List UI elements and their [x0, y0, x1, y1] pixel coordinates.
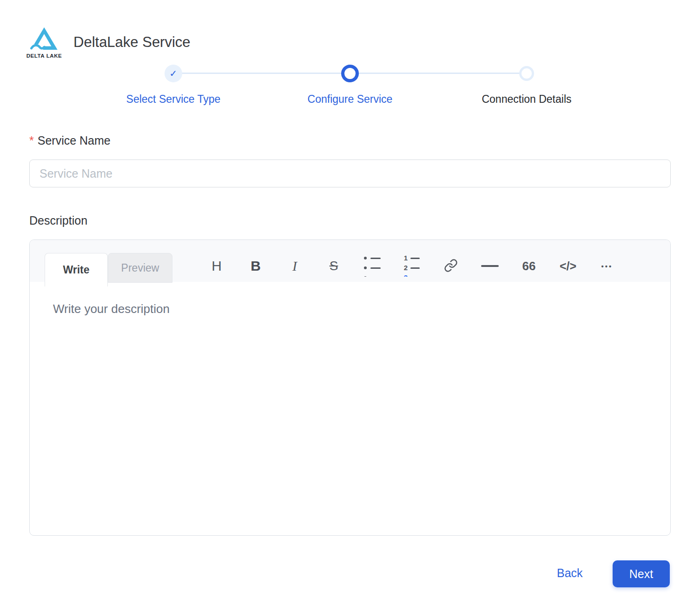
more-icon: ••• — [601, 262, 613, 270]
ordered-list-button[interactable]: 1 2 3 — [392, 250, 431, 282]
step-connection-details: Connection Details — [438, 64, 615, 106]
link-button[interactable] — [431, 250, 470, 282]
description-label: Description — [29, 214, 87, 227]
step-label-connection-details: Connection Details — [482, 93, 571, 106]
back-button[interactable]: Back — [557, 566, 583, 580]
step-label-configure-service: Configure Service — [308, 93, 393, 106]
heading-icon: H — [211, 258, 222, 274]
quote-button[interactable]: 66 — [509, 250, 548, 282]
editor-toolbar-icons: H B I S 1 2 3 — [197, 240, 627, 282]
next-button[interactable]: Next — [613, 560, 670, 587]
description-textarea[interactable] — [30, 282, 670, 535]
step-configure-service: Configure Service — [262, 64, 438, 106]
editor-tabs: Write Preview — [45, 253, 172, 286]
tab-preview[interactable]: Preview — [108, 253, 172, 283]
deltalake-logo-text: DELTA LAKE — [26, 53, 62, 59]
link-icon — [444, 259, 458, 274]
stepper: ✓ Select Service Type Configure Service … — [85, 64, 615, 106]
required-asterisk: * — [29, 134, 34, 147]
service-name-label: *Service Name — [29, 134, 111, 147]
bold-icon: B — [251, 258, 261, 274]
page-title: DeltaLake Service — [73, 34, 191, 51]
ordered-list-icon: 1 2 3 — [403, 255, 421, 277]
italic-icon: I — [292, 258, 297, 274]
more-button[interactable]: ••• — [588, 250, 627, 282]
editor-body — [30, 282, 670, 535]
editor-toolbar: Write Preview H B I S 1 2 3 — [30, 240, 670, 282]
horizontal-rule-button[interactable] — [470, 250, 509, 282]
quote-icon: 66 — [522, 259, 536, 273]
step-select-service-type: ✓ Select Service Type — [85, 64, 262, 106]
horizontal-rule-icon — [481, 265, 499, 267]
strikethrough-icon: S — [330, 259, 338, 273]
deltalake-logo-icon — [26, 26, 62, 52]
tab-write[interactable]: Write — [45, 253, 108, 286]
description-editor: Write Preview H B I S 1 2 3 — [29, 239, 671, 536]
italic-button[interactable]: I — [275, 250, 314, 282]
step-upcoming-circle-icon — [519, 66, 534, 81]
unordered-list-button[interactable] — [353, 250, 392, 282]
step-label-select-service-type: Select Service Type — [126, 93, 221, 106]
code-icon: </> — [560, 259, 576, 273]
bold-button[interactable]: B — [236, 250, 275, 282]
code-button[interactable]: </> — [548, 250, 588, 282]
step-active-circle-icon — [341, 65, 359, 82]
heading-button[interactable]: H — [197, 250, 236, 282]
service-name-input[interactable] — [29, 160, 671, 187]
unordered-list-icon — [364, 255, 382, 277]
step-completed-check-icon: ✓ — [165, 65, 182, 82]
deltalake-logo: DELTA LAKE — [26, 26, 62, 59]
strikethrough-button[interactable]: S — [314, 250, 353, 282]
